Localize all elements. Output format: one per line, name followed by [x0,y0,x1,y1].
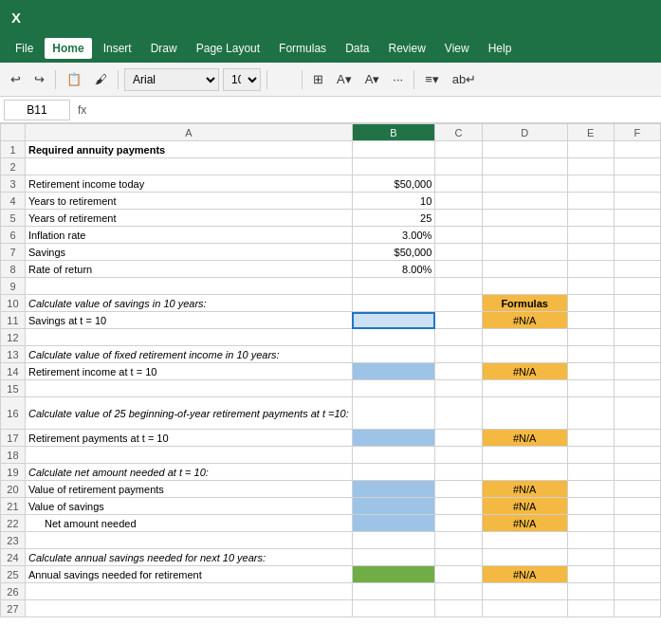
cell-d15[interactable] [482,380,567,397]
cell-f3[interactable] [614,175,660,193]
cell-a5[interactable]: Years of retirement [25,210,352,227]
cell-e25[interactable] [567,566,614,583]
cell-e13[interactable] [567,346,614,363]
cell-e16[interactable] [567,397,614,430]
cell-b17[interactable] [352,430,435,447]
cell-d20[interactable]: #N/A [482,481,567,498]
cell-f16[interactable] [614,397,660,430]
cell-f27[interactable] [614,600,660,617]
cell-e4[interactable] [567,193,614,210]
cell-a21[interactable]: Value of savings [25,498,352,515]
menu-help[interactable]: Help [481,38,520,59]
more-button[interactable]: ··· [388,69,408,89]
cell-d27[interactable] [482,600,567,617]
cell-c16[interactable] [435,397,482,430]
cell-d5[interactable] [482,210,567,227]
cell-d2[interactable] [482,158,567,175]
cell-f8[interactable] [614,261,660,278]
font-size-selector[interactable]: 10 [223,68,261,91]
cell-b24[interactable] [352,549,435,566]
menu-file[interactable]: File [8,38,41,59]
cell-e27[interactable] [567,600,614,617]
cell-c2[interactable] [435,158,482,175]
cell-a18[interactable] [25,447,352,464]
cell-f1[interactable] [614,141,660,158]
menu-data[interactable]: Data [338,38,376,59]
cell-e18[interactable] [567,447,614,464]
cell-b21[interactable] [352,498,435,515]
cell-b13[interactable] [352,346,435,363]
cell-d19[interactable] [482,464,567,481]
cell-c18[interactable] [435,447,482,464]
cell-d26[interactable] [482,583,567,600]
cell-b26[interactable] [352,583,435,600]
cell-d6[interactable] [482,227,567,244]
cell-d13[interactable] [482,346,567,363]
cell-e1[interactable] [567,141,614,158]
font-color-button[interactable]: A▾ [360,69,385,89]
cell-e14[interactable] [567,363,614,380]
cell-a14[interactable]: Retirement income at t = 10 [25,363,352,380]
cell-a27[interactable] [25,600,352,617]
cell-b15[interactable] [352,380,435,397]
formula-input[interactable] [94,100,657,120]
cell-b4[interactable]: 10 [352,193,435,210]
cell-e8[interactable] [567,261,614,278]
cell-a12[interactable] [25,329,352,346]
cell-f23[interactable] [614,532,660,549]
cell-e7[interactable] [567,244,614,261]
cell-b16[interactable] [352,397,435,430]
cell-f19[interactable] [614,464,660,481]
cell-f14[interactable] [614,363,660,380]
cell-e10[interactable] [567,295,614,312]
cell-a9[interactable] [25,278,352,295]
col-header-d[interactable]: D [482,124,567,141]
cell-d18[interactable] [482,447,567,464]
cell-c14[interactable] [435,363,482,380]
cell-c24[interactable] [435,549,482,566]
cell-c7[interactable] [435,244,482,261]
cell-a7[interactable]: Savings [25,244,352,261]
format-painter-button[interactable]: 🖌 [90,69,112,89]
cell-a22[interactable]: Net amount needed [25,515,352,532]
cell-c20[interactable] [435,481,482,498]
cell-b2[interactable] [352,158,435,175]
italic-button[interactable] [286,77,296,83]
cell-a20[interactable]: Value of retirement payments [25,481,352,498]
cell-e15[interactable] [567,380,614,397]
cell-c27[interactable] [435,600,482,617]
cell-c5[interactable] [435,210,482,227]
cell-b7[interactable]: $50,000 [352,244,435,261]
borders-button[interactable]: ⊞ [308,69,328,89]
cell-b3[interactable]: $50,000 [352,175,435,193]
cell-f15[interactable] [614,380,660,397]
cell-a15[interactable] [25,380,352,397]
cell-e3[interactable] [567,175,614,193]
cell-b22[interactable] [352,515,435,532]
cell-e20[interactable] [567,481,614,498]
redo-button[interactable]: ↪ [29,69,49,89]
cell-b27[interactable] [352,600,435,617]
cell-b12[interactable] [352,329,435,346]
wrap-button[interactable]: ≡▾ [420,69,444,89]
cell-e11[interactable] [567,312,614,329]
cell-a23[interactable] [25,532,352,549]
cell-e23[interactable] [567,532,614,549]
cell-f13[interactable] [614,346,660,363]
cell-d10[interactable]: Formulas [482,295,567,312]
cell-c10[interactable] [435,295,482,312]
cell-d21[interactable]: #N/A [482,498,567,515]
cell-d24[interactable] [482,549,567,566]
menu-insert[interactable]: Insert [96,38,139,59]
cell-f20[interactable] [614,481,660,498]
cell-f24[interactable] [614,549,660,566]
cell-e21[interactable] [567,498,614,515]
cell-b25[interactable] [352,566,435,583]
cell-e22[interactable] [567,515,614,532]
cell-f11[interactable] [614,312,660,329]
cell-c4[interactable] [435,193,482,210]
col-header-b[interactable]: B [352,124,435,141]
cell-c15[interactable] [435,380,482,397]
wrap2-button[interactable]: ab↵ [448,69,481,89]
cell-a11[interactable]: Savings at t = 10 [25,312,352,329]
